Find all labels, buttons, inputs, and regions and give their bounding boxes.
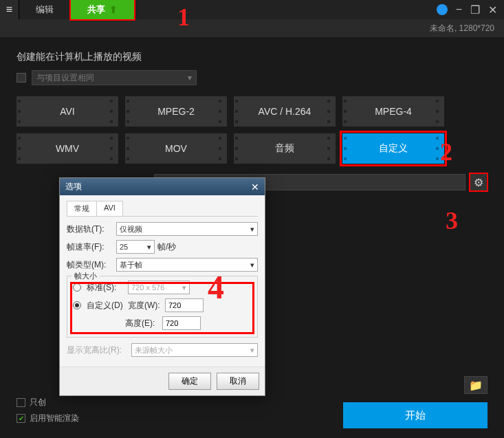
- custom-label: 自定义(D): [87, 300, 125, 311]
- project-settings-dropdown[interactable]: 与项目设置相同 ▾: [32, 70, 197, 85]
- height-input[interactable]: [162, 316, 201, 330]
- format-mpeg2[interactable]: MPEG-2: [125, 96, 227, 127]
- dialog-tab-avi[interactable]: AVI: [96, 201, 123, 216]
- options-dialog: 选项 ✕ 常规 AVI 数据轨(T): 仅视频▾ 帧速率(F): 25▾ 帧/秒…: [59, 177, 265, 396]
- only-create-label: 只创: [30, 397, 46, 408]
- dialog-close-button[interactable]: ✕: [251, 182, 259, 193]
- chevron-down-icon: ▾: [250, 346, 254, 355]
- smart-render-label: 启用智能渲染: [30, 413, 79, 424]
- only-create-checkbox[interactable]: [17, 398, 25, 407]
- format-custom[interactable]: 自定义: [342, 133, 444, 164]
- custom-radio[interactable]: [73, 301, 81, 309]
- chevron-down-icon: ▾: [250, 225, 254, 234]
- fps-unit: 帧/秒: [157, 241, 176, 253]
- standard-radio[interactable]: [73, 283, 81, 292]
- format-avi[interactable]: AVI: [17, 96, 118, 127]
- framesize-legend: 帧大小: [72, 271, 100, 281]
- menu-button[interactable]: ≡: [0, 0, 19, 19]
- aspect-label: 显示宽高比(R):: [67, 344, 129, 356]
- gear-icon: ⚙: [474, 176, 483, 189]
- aspect-select: 来源帧大小▾: [131, 343, 258, 357]
- dialog-title: 选项: [65, 181, 82, 193]
- width-input[interactable]: [165, 298, 204, 312]
- frametype-select[interactable]: 基于帧▾: [116, 258, 258, 272]
- settings-gear-button[interactable]: ⚙: [470, 173, 487, 191]
- chevron-down-icon: ▾: [182, 283, 186, 292]
- standard-size-select: 720 x 576▾: [128, 281, 190, 294]
- section-heading: 创建能在计算机上播放的视频: [17, 51, 487, 63]
- project-info-bar: 未命名, 1280*720: [0, 19, 504, 37]
- folder-icon: 📁: [469, 379, 483, 392]
- browse-folder-button[interactable]: 📁: [464, 376, 487, 394]
- cancel-button[interactable]: 取消: [217, 373, 259, 390]
- ok-button[interactable]: 确定: [168, 373, 211, 390]
- tab-share[interactable]: 共享 ⬆: [71, 0, 135, 19]
- upload-arrow-icon: ⬆: [109, 4, 118, 15]
- track-label: 数据轨(T):: [67, 223, 113, 235]
- minimize-button[interactable]: −: [456, 3, 462, 16]
- standard-label: 标准(S):: [87, 282, 125, 294]
- start-button[interactable]: 开始: [343, 402, 487, 428]
- format-wmv[interactable]: WMV: [17, 133, 118, 164]
- width-label: 宽度(W):: [128, 300, 162, 311]
- format-mov[interactable]: MOV: [125, 133, 227, 164]
- project-settings-label: 与项目设置相同: [36, 72, 94, 84]
- chevron-down-icon: ▾: [250, 261, 254, 270]
- dialog-tab-general[interactable]: 常规: [67, 201, 97, 216]
- fps-select[interactable]: 25▾: [116, 240, 155, 254]
- track-select[interactable]: 仅视频▾: [116, 222, 258, 236]
- same-as-project-checkbox[interactable]: [17, 73, 26, 83]
- format-avc[interactable]: AVC / H.264: [234, 96, 336, 127]
- format-mpeg4[interactable]: MPEG-4: [342, 96, 444, 127]
- chevron-down-icon: ▾: [147, 243, 151, 252]
- height-label: 高度(E):: [125, 318, 160, 329]
- frametype-label: 帧类型(M):: [67, 259, 113, 271]
- globe-icon[interactable]: [437, 4, 448, 15]
- smart-render-checkbox[interactable]: ✔: [17, 414, 25, 423]
- fps-label: 帧速率(F):: [67, 241, 113, 253]
- tab-edit[interactable]: 编辑: [19, 0, 71, 19]
- format-audio[interactable]: 音频: [234, 133, 336, 164]
- format-grid: AVI MPEG-2 AVC / H.264 MPEG-4 WMV MOV 音频…: [17, 96, 487, 164]
- close-button[interactable]: ✕: [488, 3, 497, 17]
- maximize-button[interactable]: ❐: [470, 3, 480, 17]
- chevron-down-icon: ▾: [188, 73, 192, 83]
- tab-share-label: 共享: [87, 3, 105, 16]
